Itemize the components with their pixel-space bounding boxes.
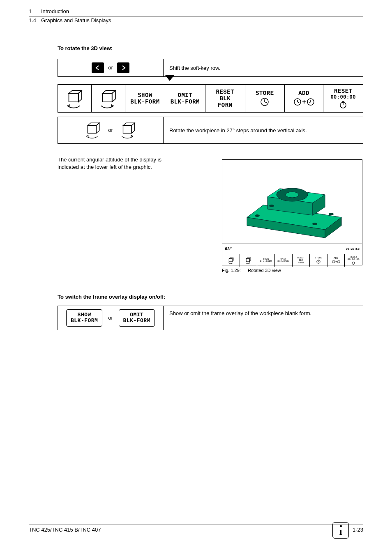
svg-marker-45 [250,258,251,262]
or-label: or [108,314,113,322]
footer-left: TNC 425/TNC 415 B/TNC 407 [29,527,101,533]
mini-rotate-cw [240,254,258,267]
info-icon: ı [332,522,349,539]
cube-rotate-ccw-icon [60,87,89,111]
softkey-show-blkform[interactable]: SHOW BLK-FORM [125,85,165,112]
svg-marker-3 [78,90,82,102]
softkey-reset-blk-form[interactable]: RESET BLK FORM [205,85,245,112]
svg-point-51 [337,260,340,263]
mini-add: ADD [327,254,345,267]
figure: 63° 00:28:58 SHOWBLK-FORM OMITBLK-FORM R… [222,159,364,273]
reset-l1: RESET [216,89,235,95]
chapter-title: Introduction [41,8,69,14]
svg-point-36 [255,214,260,217]
svg-marker-27 [131,123,134,133]
svg-point-39 [269,205,274,207]
svg-marker-0 [165,75,174,81]
mini-reset-blk: RESETBLKFORM [293,254,310,267]
section-number: 1.4 [29,17,41,23]
rotate-desc: Rotate the workpiece in 27° steps around… [164,117,363,143]
svg-marker-24 [97,123,99,133]
rotate-keys-cell: or [58,117,164,143]
svg-rect-5 [102,93,112,102]
add-label: ADD [298,90,309,97]
svg-rect-23 [88,126,97,134]
svg-line-12 [297,102,299,103]
figure-softkey-bar: SHOWBLK-FORM OMITBLK-FORM RESETBLKFORM S… [222,254,362,267]
or-label: or [108,64,113,71]
page-header: 1 Introduction 1.4 Graphics and Status D… [29,8,363,23]
figure-caption: Fig. 1.29: Rotated 3D view [222,268,364,273]
softkey-add[interactable]: ADD [285,85,324,112]
reset-l2: BLK [219,95,231,102]
show-l1: SHOW [138,92,152,99]
arrow-right-key[interactable] [117,62,129,73]
store-label: STORE [256,90,274,97]
svg-rect-44 [247,259,250,262]
svg-rect-2 [69,93,78,102]
cube-rotate-cw-icon [94,87,122,111]
svg-point-35 [286,192,299,198]
frame-keys-cell: SHOW BLK-FORM or OMIT BLK-FORM [58,306,164,330]
flow-arrow [58,77,363,84]
svg-rect-26 [123,126,131,134]
svg-marker-42 [232,258,233,262]
clock-plus-clock-icon [293,97,316,107]
svg-point-37 [312,223,317,225]
softkey-rotate-cw[interactable] [92,85,125,112]
omit-blkform-button[interactable]: OMIT BLK-FORM [119,309,155,327]
stopwatch-icon [339,100,348,109]
cube-rotate-cw-icon [117,120,139,140]
omit-l1: OMIT [178,92,193,99]
page-footer: TNC 425/TNC 415 B/TNC 407 1-23 [29,525,363,533]
attitude-paragraph: The current angular attitude of the disp… [58,156,189,170]
heading-rotate-3d: To rotate the 3D view: [58,45,363,51]
show-blkform-button[interactable]: SHOW BLK-FORM [66,309,102,327]
cube-rotate-ccw-icon [82,120,104,140]
softkey-bar: SHOW BLK-FORM OMIT BLK-FORM RESET BLK FO… [58,84,363,113]
mini-show: SHOWBLK-FORM [257,254,275,267]
or-label: or [108,127,113,134]
mini-store: STORE [310,254,327,267]
svg-marker-6 [112,90,115,102]
show-l2: BLK-FORM [130,99,159,105]
svg-line-17 [309,102,311,103]
figure-time-label: 00:28:58 [346,247,360,251]
figure-angle-label: 63° [225,247,232,251]
mini-reset-clock: RESET 00:00:00 [345,254,362,267]
omit-l2: BLK-FORM [171,99,200,105]
shift-keys-cell: or [58,59,164,76]
rotated-3d-view-illustration [222,160,362,242]
svg-point-48 [332,260,334,263]
softkey-rotate-ccw[interactable] [58,85,92,112]
mini-rotate-ccw [222,254,240,267]
softkey-reset-clock[interactable]: RESET 00:00:00 [323,85,363,112]
reset-l3: FORM [218,102,233,108]
softkey-omit-blkform[interactable]: OMIT BLK-FORM [165,85,205,112]
clock-icon [259,97,270,107]
svg-rect-41 [229,259,232,262]
section-title: Graphics and Status Displays [41,17,111,23]
softkey-store[interactable]: STORE [245,85,285,112]
svg-point-52 [352,262,355,264]
chapter-number: 1 [29,8,41,14]
svg-line-9 [265,102,267,103]
heading-frame-overlay: To switch the frame overlay display on/o… [58,294,363,300]
footer-right: 1-23 [353,527,363,533]
svg-point-38 [329,213,334,215]
shift-desc: Shift the soft-key row. [164,59,363,76]
frame-desc: Show or omit the frame overlay of the wo… [164,306,363,330]
mini-omit: OMITBLK-FORM [275,254,293,267]
resetclk-l2: 00:00:00 [330,94,356,100]
arrow-left-key[interactable] [92,62,104,73]
resetclk-l1: RESET [334,88,353,94]
